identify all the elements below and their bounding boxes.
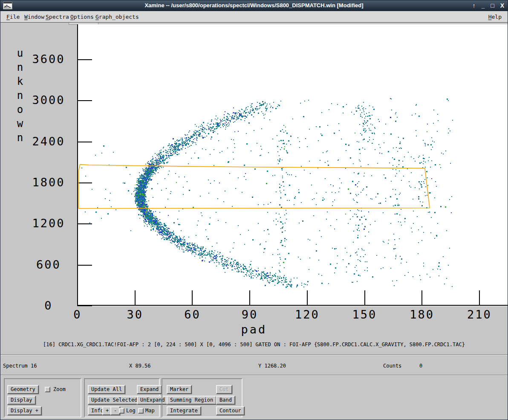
y-tick-label: 1200 xyxy=(23,217,74,230)
menu-bar: File Window Spectra Options Graph_object… xyxy=(0,11,508,23)
x-tick-label: 60 xyxy=(169,308,216,321)
window-title: Xamine -- /user/s800/operations/spectcl/… xyxy=(0,2,508,9)
menu-help[interactable]: Help xyxy=(488,14,502,20)
control-panel: Geometry Zoom Display Display + Update A… xyxy=(0,375,508,420)
spectrum-plot-canvas[interactable] xyxy=(77,24,508,306)
close-button[interactable]: X xyxy=(500,2,504,9)
map-checkbox[interactable] xyxy=(138,408,144,414)
y-tick-label: 3000 xyxy=(23,93,74,107)
x-tick-label: 120 xyxy=(284,308,331,321)
zoom-checkbox[interactable] xyxy=(45,387,50,392)
minimize-button[interactable]: _ xyxy=(481,2,485,9)
map-checkbox-label: Map xyxy=(145,408,155,414)
menu-options[interactable]: Options xyxy=(70,14,94,20)
status-y-position: Y 1268.20 xyxy=(258,363,286,369)
summing-region-button[interactable]: Summing Region xyxy=(167,396,216,405)
y-tick-label: 600 xyxy=(23,258,74,271)
zoom-checkbox-label: Zoom xyxy=(53,386,66,392)
status-bar: Spectrum 16 X 89.56 Y 1268.20 Counts 0 xyxy=(0,354,508,375)
spectrum-caption: [16] CRDC1.XG_CRDC1.TAC!FOI-AFP : 2 [0, … xyxy=(0,342,508,348)
menu-window[interactable]: Window xyxy=(24,14,44,20)
display-group: Geometry Zoom Display Display + xyxy=(4,378,81,417)
integrate-button[interactable]: Integrate xyxy=(167,406,201,415)
contour-button[interactable]: Contour xyxy=(216,406,245,415)
expand-button[interactable]: Expand xyxy=(137,385,162,394)
menu-file[interactable]: File xyxy=(6,14,20,20)
band-button[interactable]: Band xyxy=(216,396,235,405)
x-axis-title: pad xyxy=(211,323,297,336)
x-tick-label: 0 xyxy=(54,308,101,321)
marker-button[interactable]: Marker xyxy=(167,385,192,394)
graph-objects-group: Marker Cut Summing Region Band Integrate… xyxy=(162,378,242,417)
menu-spectra[interactable]: Spectra xyxy=(46,14,69,20)
log-checkbox-label: Log xyxy=(126,408,136,414)
x-tick-label: 90 xyxy=(226,308,273,321)
x-tick-label: 180 xyxy=(398,308,445,321)
xamine-window: Xamine -- /user/s800/operations/spectcl/… xyxy=(0,0,508,420)
geometry-button[interactable]: Geometry xyxy=(7,385,39,394)
status-x-position: X 89.56 xyxy=(129,363,151,369)
x-tick-label: 210 xyxy=(456,308,503,321)
cut-button: Cut xyxy=(216,385,232,394)
x-tick-label: 150 xyxy=(341,308,388,321)
display-plus-button[interactable]: Display + xyxy=(7,406,42,415)
maximize-button[interactable]: □ xyxy=(491,2,494,9)
log-checkbox[interactable] xyxy=(119,408,124,414)
update-selected-button[interactable]: Update Selected xyxy=(88,396,141,405)
status-counts-value: 0 xyxy=(419,363,422,369)
menu-graph-objects[interactable]: Graph_objects xyxy=(95,14,139,20)
update-group: Update All Expand Update Selected UnExpa… xyxy=(84,378,160,417)
spectrum-pane: unknown 060012001800240030003600 0306090… xyxy=(0,23,508,354)
y-tick-label: 2400 xyxy=(23,135,74,148)
shade-button[interactable]: ↑ xyxy=(472,2,475,9)
status-spectrum: Spectrum 16 xyxy=(3,363,37,369)
update-all-button[interactable]: Update All xyxy=(88,385,125,394)
status-counts-label: Counts xyxy=(383,363,401,369)
y-tick-label: 3600 xyxy=(23,52,74,66)
display-button[interactable]: Display xyxy=(7,396,36,405)
y-tick-label: 1800 xyxy=(23,176,74,189)
x-tick-label: 30 xyxy=(112,308,159,321)
title-bar[interactable]: Xamine -- /user/s800/operations/spectcl/… xyxy=(0,0,508,11)
